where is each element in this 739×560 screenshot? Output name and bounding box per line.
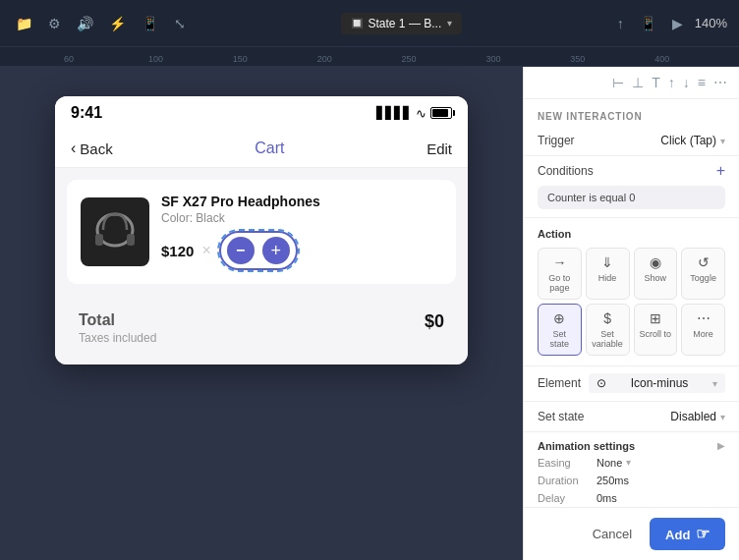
trigger-value: Click (Tap) [660,134,716,147]
set-variable-icon: $ [603,310,611,326]
show-icon: ◉ [650,254,661,270]
set-state-icon: ⊕ [553,310,565,326]
toolbar-left: 📁 ⚙ 🔊 ⚡ 📱 ⤡ [12,12,190,35]
add-button[interactable]: Add ☞ [650,518,725,550]
duration-row: Duration 250ms [524,472,739,489]
audio-icon[interactable]: 🔊 [73,12,97,35]
signal-icon: ▋▋▋▋ [376,106,412,120]
duration-value: 250ms [597,475,629,486]
easing-chevron-icon: ▾ [626,457,631,468]
more-icon[interactable]: ⋯ [713,75,727,90]
bolt-icon[interactable]: ⚡ [105,12,130,35]
set-state-label: Set state [542,329,577,349]
action-scroll-to[interactable]: ⊞ Scroll to [634,304,678,356]
phone-status-bar: 9:41 ▋▋▋▋ ∿ [55,96,468,130]
element-select[interactable]: ⊙ Icon-minus ▾ [589,373,725,393]
folder-icon[interactable]: 📁 [12,12,36,35]
animation-settings-label: Animation settings [538,440,635,452]
right-panel: ⊢ ⊥ T ↑ ↓ ≡ ⋯ NEW INTERACTION Trigger Cl… [523,67,739,560]
set-state-select[interactable]: Disabled ▾ [670,410,725,423]
element-chevron-icon: ▾ [712,378,717,389]
ruler-mark-200: 200 [317,54,402,66]
share-icon[interactable]: ⤡ [170,12,190,35]
new-interaction-label: NEW INTERACTION [524,99,739,128]
qty-control: − + [219,231,298,270]
product-card: SF X27 Pro Headphones Color: Black $120 … [67,180,456,284]
align-bottom-icon[interactable]: ↓ [683,75,690,90]
qty-plus-button[interactable]: + [262,237,290,264]
condition-pill: Counter is equal 0 [538,186,725,209]
toggle-icon: ↺ [698,254,710,270]
trigger-row: Trigger Click (Tap) ▾ [524,128,739,153]
cart-title: Cart [255,140,284,157]
element-value: Icon-minus [631,376,689,390]
settings-icon[interactable]: ⚙ [44,12,65,35]
divider-5 [524,431,739,432]
cancel-button[interactable]: Cancel [583,521,642,547]
ruler-mark-350: 350 [570,54,654,66]
action-grid: → Go to page ⇓ Hide ◉ Show ↺ Toggle ⊕ Se… [524,244,739,364]
trigger-chevron-icon: ▾ [720,136,725,146]
action-go-to-page[interactable]: → Go to page [538,248,582,300]
ruler-mark-400: 400 [654,54,739,66]
set-state-chevron-icon: ▾ [720,412,725,422]
play-icon[interactable]: ▶ [668,12,687,35]
align-left-icon[interactable]: ⊢ [612,75,624,90]
divider-2 [524,217,739,218]
product-info: SF X27 Pro Headphones Color: Black $120 … [161,194,442,270]
taxes-label: Taxes included [79,331,156,345]
state-badge-label: State 1 — B... [369,17,442,30]
action-show[interactable]: ◉ Show [634,248,678,300]
state-badge[interactable]: 🔲 State 1 — B... ▾ [341,13,463,34]
back-button[interactable]: ‹ Back [71,140,113,157]
ruler-mark-250: 250 [402,54,486,66]
action-toggle[interactable]: ↺ Toggle [681,248,725,300]
action-set-variable[interactable]: $ Set variable [586,304,630,356]
action-label: Action [524,220,739,244]
upload-icon[interactable]: ↑ [613,12,628,35]
align-right-icon[interactable]: T [652,75,660,90]
toolbar-center: 🔲 State 1 — B... ▾ [341,13,463,34]
panel-top-icons: ⊢ ⊥ T ↑ ↓ ≡ ⋯ [524,67,739,99]
wifi-icon: ∿ [416,106,426,121]
align-top-icon[interactable]: ↑ [668,75,675,90]
conditions-add-button[interactable]: + [716,162,725,180]
hide-label: Hide [598,273,617,283]
qty-minus-button[interactable]: − [227,237,255,264]
top-toolbar: 📁 ⚙ 🔊 ⚡ 📱 ⤡ 🔲 State 1 — B... ▾ ↑ 📱 ▶ 140… [0,0,739,47]
cursor-icon: ☞ [696,525,710,543]
action-more[interactable]: ⋯ More [681,304,725,356]
hide-icon: ⇓ [601,254,613,270]
phone-mockup: 9:41 ▋▋▋▋ ∿ ‹ Back Cart Edit [55,96,468,364]
device-icon[interactable]: 📱 [138,12,162,35]
ruler-mark-150: 150 [233,54,317,66]
conditions-label: Conditions [538,164,594,178]
product-image [81,197,149,266]
minus-icon: − [236,242,245,259]
scroll-to-label: Scroll to [640,329,672,339]
phone-icons: ▋▋▋▋ ∿ [376,106,452,121]
panel-footer: Cancel Add ☞ [524,507,739,560]
easing-select[interactable]: None ▾ [597,457,725,469]
edit-button[interactable]: Edit [426,140,452,157]
product-price-row: $120 × − + [161,231,442,270]
set-variable-label: Set variable [591,329,625,349]
phone-nav: ‹ Back Cart Edit [55,130,468,168]
svg-rect-2 [127,234,135,246]
phone-icon[interactable]: 📱 [636,12,660,35]
distribute-icon[interactable]: ≡ [698,75,706,90]
more-action-icon: ⋯ [697,310,711,326]
go-to-page-icon: → [552,254,566,270]
set-state-row: Set state Disabled ▾ [524,404,739,429]
trigger-select[interactable]: Click (Tap) ▾ [660,134,725,147]
divider-1 [524,155,739,156]
product-name: SF X27 Pro Headphones [161,194,442,209]
action-set-state[interactable]: ⊕ Set state [538,304,582,356]
align-center-icon[interactable]: ⊥ [632,75,644,90]
animation-settings-header[interactable]: Animation settings ▶ [524,434,739,454]
delay-label: Delay [538,492,589,504]
plus-icon: + [270,241,281,261]
delay-row: Delay 0ms [524,489,739,507]
element-row: Element ⊙ Icon-minus ▾ [524,367,739,399]
action-hide[interactable]: ⇓ Hide [586,248,630,300]
